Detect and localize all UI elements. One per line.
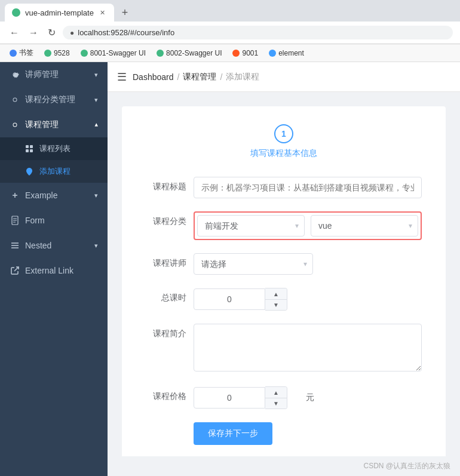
sidebar-item-course-cat[interactable]: 课程分类管理 ▾: [0, 87, 108, 112]
form-card: 1 填写课程基本信息 课程标题 课程分类: [122, 106, 446, 456]
form-row-description: 课程简介: [146, 324, 422, 373]
course-description-control: [194, 324, 422, 373]
sidebar-label: Nested: [25, 241, 51, 250]
external-link-icon: [10, 265, 20, 276]
price-input-field[interactable]: 0: [194, 387, 265, 409]
hours-stepper-btns: ▲ ▼: [265, 288, 287, 311]
tab-title: vue-admin-template: [25, 8, 94, 17]
course-category-control: 前端开发 ▾ vue ▾: [194, 211, 422, 240]
bm-label: 8002-Swagger UI: [166, 49, 222, 57]
form-row-hours: 总课时 0 ▲ ▼: [146, 288, 422, 311]
category-secondary-select[interactable]: vue: [311, 215, 418, 237]
forward-btn[interactable]: →: [26, 26, 41, 39]
breadcrumb-course-mgmt[interactable]: 课程管理: [183, 72, 216, 82]
bookmark-swagger2[interactable]: 8002-Swagger UI: [153, 48, 225, 59]
breadcrumb-sep-1: /: [177, 72, 180, 82]
course-category-label: 课程分类: [146, 211, 194, 227]
grid-icon: [24, 143, 35, 154]
sidebar-label: 课程管理: [25, 119, 59, 130]
form-row-price: 课程价格 0 ▲ ▼ 元: [146, 386, 422, 409]
app-layout: 讲师管理 ▾ 课程分类管理 ▾ 课程管理 ▾: [0, 62, 460, 476]
hours-decrement-btn[interactable]: ▼: [265, 299, 287, 310]
submenu-label: 添加课程: [39, 166, 70, 177]
sidebar-label: Form: [25, 216, 45, 225]
svg-line-12: [14, 267, 19, 271]
category-primary-select[interactable]: 前端开发: [197, 215, 305, 237]
chevron-down-icon: ▾: [94, 71, 98, 79]
price-stepper-btns: ▲ ▼: [265, 386, 287, 409]
breadcrumb-sep-2: /: [220, 72, 222, 82]
back-btn[interactable]: ←: [7, 26, 22, 39]
hours-increment-btn[interactable]: ▲: [265, 288, 287, 299]
sidebar-label: 讲师管理: [25, 69, 59, 80]
submenu-label: 课程列表: [39, 143, 70, 154]
total-hours-control: 0 ▲ ▼: [194, 288, 422, 311]
sidebar-label: Example: [25, 191, 57, 200]
course-title-input[interactable]: [194, 177, 422, 198]
course-title-control: [194, 177, 422, 198]
form-row-teacher: 课程讲师 请选择 ▾: [146, 253, 422, 275]
tab-bar: vue-admin-template ✕ +: [0, 0, 460, 22]
active-tab[interactable]: vue-admin-template ✕: [5, 4, 114, 22]
sidebar-item-course-mgmt[interactable]: 课程管理 ▾: [0, 112, 108, 137]
bookmark-9001[interactable]: 9001: [229, 48, 262, 59]
list-icon: [10, 240, 20, 251]
tab-close-btn[interactable]: ✕: [99, 8, 107, 17]
chevron-down-icon: ▾: [94, 96, 98, 104]
sidebar-item-form[interactable]: Form: [0, 208, 108, 233]
course-description-textarea[interactable]: [194, 324, 422, 371]
hours-number-input: 0 ▲ ▼: [194, 288, 301, 311]
sidebar-item-nested[interactable]: Nested ▾: [0, 233, 108, 258]
sidebar: 讲师管理 ▾ 课程分类管理 ▾ 课程管理 ▾: [0, 62, 108, 476]
course-submenu: 课程列表 添加课程: [0, 137, 108, 183]
bookmark-9528[interactable]: 9528: [41, 48, 73, 59]
content-area: 1 填写课程基本信息 课程标题 课程分类: [108, 92, 460, 456]
category-selects-wrapper: 前端开发 ▾ vue ▾: [194, 211, 422, 240]
breadcrumb-add-course: 添加课程: [226, 72, 259, 82]
bookmark-element[interactable]: element: [265, 48, 308, 59]
svg-rect-2: [26, 149, 29, 152]
teacher-select-wrapper: 请选择 ▾: [194, 253, 313, 275]
sidebar-item-course-list[interactable]: 课程列表: [0, 137, 108, 160]
bm-icon: [232, 50, 240, 57]
course-teacher-control: 请选择 ▾: [194, 253, 422, 275]
course-teacher-label: 课程讲师: [146, 253, 194, 269]
bookmarks-bar: 书签 9528 8001-Swagger UI 8002-Swagger UI …: [0, 44, 460, 62]
save-btn-wrapper: 保存并下一步: [194, 422, 422, 445]
hamburger-icon[interactable]: ☰: [117, 70, 127, 84]
main-content: ☰ Dashboard / 课程管理 / 添加课程 1 填写课程基本信息: [108, 62, 460, 476]
price-wrapper: 0 ▲ ▼ 元: [194, 386, 422, 409]
gear-icon: [10, 69, 20, 80]
breadcrumb-dashboard[interactable]: Dashboard: [133, 72, 174, 82]
sidebar-item-teacher-mgmt[interactable]: 讲师管理 ▾: [0, 62, 108, 87]
new-tab-btn[interactable]: +: [116, 4, 133, 21]
reload-btn[interactable]: ↻: [45, 26, 58, 39]
doc-icon: [10, 215, 20, 226]
course-description-label: 课程简介: [146, 324, 194, 339]
category-primary-wrapper: 前端开发 ▾: [197, 215, 305, 237]
gear-icon: [10, 94, 20, 105]
hours-input-field[interactable]: 0: [194, 288, 265, 310]
price-increment-btn[interactable]: ▲: [265, 387, 287, 398]
sidebar-item-example[interactable]: Example ▾: [0, 183, 108, 208]
save-next-button[interactable]: 保存并下一步: [194, 422, 272, 445]
bookmark-swagger1[interactable]: 8001-Swagger UI: [77, 48, 149, 59]
top-bar: ☰ Dashboard / 课程管理 / 添加课程: [108, 62, 460, 92]
sidebar-item-external-link[interactable]: External Link: [0, 258, 108, 283]
bookmark-bookmarks[interactable]: 书签: [6, 47, 37, 59]
bm-label: 8001-Swagger UI: [90, 49, 146, 57]
breadcrumb: Dashboard / 课程管理 / 添加课程: [133, 72, 259, 82]
chevron-down-icon: ▾: [94, 242, 98, 250]
lock-icon: ●: [70, 29, 74, 37]
svg-rect-0: [26, 145, 29, 148]
sidebar-item-add-course[interactable]: 添加课程: [0, 160, 108, 183]
link-icon: [10, 190, 20, 201]
url-bar[interactable]: ● localhost:9528/#/course/info: [63, 26, 453, 39]
address-bar: ← → ↻ ● localhost:9528/#/course/info: [0, 22, 460, 44]
teacher-select[interactable]: 请选择: [194, 253, 313, 275]
sidebar-label: External Link: [25, 266, 73, 275]
step-circle-1: 1: [274, 124, 293, 143]
price-decrement-btn[interactable]: ▼: [265, 398, 287, 409]
chevron-up-icon: ▾: [94, 121, 98, 129]
step-number-1: 1: [281, 129, 286, 139]
